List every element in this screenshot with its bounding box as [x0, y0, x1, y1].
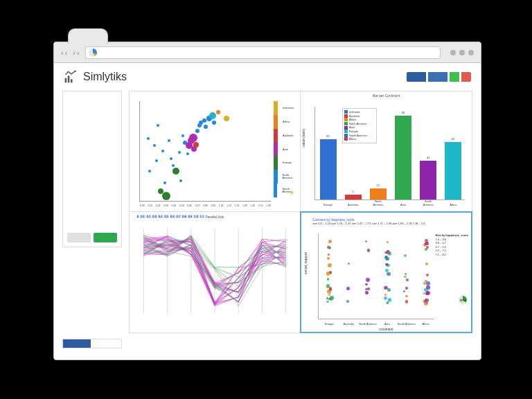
scatter-point [181, 134, 184, 137]
strip-xlabel: continent [379, 327, 393, 331]
bar-North America: 12 [370, 188, 387, 200]
app-title: Simlytiks [83, 71, 127, 83]
bar-legend: unknownAustraliaAfricaNorth AmericaAsiaE… [342, 108, 377, 143]
browser-tab[interactable] [68, 28, 108, 44]
scatter-point [179, 179, 182, 182]
progress-pie-icon[interactable]: 39% [459, 296, 467, 304]
nav-forward-icon[interactable]: ›› [73, 48, 80, 57]
nav-back-icon[interactable]: ‹‹ [61, 48, 69, 57]
range-slider-fill [63, 339, 91, 348]
scatter-point [155, 159, 158, 162]
svg-rect-0 [65, 78, 67, 83]
scatter-point [189, 134, 197, 142]
chart-strip[interactable]: Continent by happiness_score size 1.0 – … [300, 211, 472, 333]
scatter-point [162, 192, 170, 200]
scatter-point [212, 121, 216, 125]
chip-blue-1[interactable] [407, 72, 426, 82]
bar-Africa: 62 [445, 142, 461, 200]
app-logo-icon [64, 70, 78, 84]
parallel-badges: 00.10.20.30.40.50.60.70.80.91.01.1 [136, 215, 205, 218]
svg-rect-1 [68, 76, 70, 82]
hint-bulb-icon[interactable]: ☀ [287, 188, 296, 197]
chip-blue-2[interactable] [428, 72, 447, 82]
scatter-point [170, 157, 172, 160]
scatter-point [204, 125, 208, 129]
favicon-icon [89, 48, 97, 57]
chart-parallel[interactable]: 00.10.20.30.40.50.60.70.80.91.01.1 Paral… [130, 212, 301, 332]
scatter-point [172, 164, 175, 167]
browser-toolbar: ‹‹ ›› [54, 42, 481, 63]
chart-bar[interactable]: Bar per Continent value (sum) 65Europe5A… [301, 91, 472, 212]
browser-window: ‹‹ ›› Simlytiks [53, 42, 481, 360]
chip-red[interactable] [461, 72, 471, 82]
range-slider[interactable] [62, 339, 122, 348]
bar-Europe: 65 [320, 139, 337, 200]
chart-grid: 0.000.100.200.300.400.500.600.700.800.90… [129, 91, 472, 333]
scatter-point [186, 152, 189, 155]
scatter-point [147, 137, 150, 140]
url-bar[interactable] [85, 46, 441, 59]
scatter-point [224, 116, 229, 121]
scatter-point [195, 129, 200, 133]
strip-size-legend: Size by happiness_score2.4 – 3.63.6 – 4.… [435, 233, 468, 257]
chart-scatter[interactable]: 0.000.100.200.300.400.500.600.700.800.90… [130, 91, 301, 212]
bar-South America: 42 [420, 161, 436, 200]
filter-apply-button[interactable] [94, 233, 117, 242]
scatter-point [153, 144, 156, 147]
svg-rect-2 [71, 79, 73, 82]
color-mode-chips[interactable] [407, 72, 471, 82]
scatter-point [172, 168, 179, 175]
scatter-point [148, 170, 151, 172]
dashboard-content: 0.000.100.200.300.400.500.600.700.800.90… [62, 91, 472, 351]
bar-Australia: 5 [345, 195, 362, 200]
svg-point-3 [75, 71, 76, 72]
scatter-point [157, 124, 159, 127]
scatter-point [178, 151, 181, 154]
bar-Asia: 90 [395, 116, 411, 200]
strip-ylabel: social_support [303, 252, 308, 274]
scatter-point [163, 181, 166, 184]
app-header: Simlytiks [54, 63, 481, 88]
strip-color-legend: Continent by happiness_score size 1.0 – … [312, 218, 429, 225]
scatter-point [216, 110, 220, 114]
scatter-point [202, 118, 206, 123]
chip-green[interactable] [450, 72, 459, 82]
window-menu-dots[interactable] [450, 50, 474, 55]
bar-title: Bar per Continent [301, 91, 472, 98]
scatter-point [209, 112, 216, 119]
bar-ylabel: value (sum) [301, 128, 305, 146]
scatter-point [161, 150, 164, 152]
parallel-title: Parallel Axis [205, 215, 224, 219]
scatter-point [168, 139, 170, 142]
scatter-point [193, 142, 199, 148]
filter-clear-button[interactable] [67, 233, 91, 242]
filter-panel [62, 91, 122, 247]
